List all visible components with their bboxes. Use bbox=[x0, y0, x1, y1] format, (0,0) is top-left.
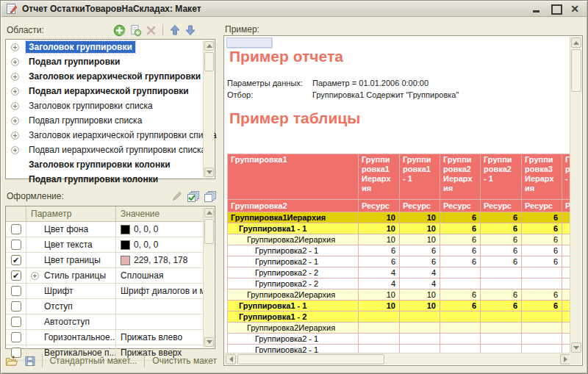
selected-cell-box[interactable] bbox=[226, 37, 272, 48]
preview-vertical-scrollbar[interactable] bbox=[570, 37, 581, 353]
minimize-button[interactable] bbox=[532, 4, 541, 13]
area-list-item[interactable]: Заголовок иерархической группировки bbox=[6, 69, 215, 84]
preview-header-cell: Группи ровка2 Иерарх ия bbox=[440, 154, 481, 200]
expand-plus-icon[interactable] bbox=[11, 146, 19, 154]
area-list-item[interactable]: Подвал группировки bbox=[6, 54, 215, 69]
area-list-item[interactable]: Подвал группировки списка bbox=[6, 113, 215, 128]
preview-table: Группировка1Группи ровка1 Иерарх ияГрупп… bbox=[227, 154, 571, 353]
resource-value-cell bbox=[400, 312, 440, 323]
area-list-item[interactable]: Подвал иерархической группировки bbox=[6, 84, 215, 98]
resource-value-cell bbox=[522, 334, 562, 345]
close-button[interactable]: ✕ bbox=[570, 4, 579, 13]
param-row[interactable]: Автоотступ bbox=[6, 314, 215, 330]
preview-horizontal-scrollbar[interactable] bbox=[225, 353, 571, 364]
resource-value-cell: 10 bbox=[400, 290, 440, 301]
param-row[interactable]: ШрифтШрифт диалогов и м... bbox=[6, 284, 215, 299]
scroll-down-icon[interactable] bbox=[571, 342, 581, 353]
save-layout-icon[interactable] bbox=[24, 355, 36, 367]
color-swatch bbox=[121, 240, 130, 250]
param-name: Цвет границы bbox=[26, 253, 116, 267]
standard-layout-button[interactable]: Стандартный макет... bbox=[48, 354, 138, 367]
preview-header-cell: Ресурс bbox=[400, 200, 440, 212]
scroll-down-icon[interactable] bbox=[204, 337, 214, 347]
expand-plus-icon[interactable] bbox=[11, 43, 19, 51]
add-icon[interactable] bbox=[113, 24, 126, 37]
param-value: Прижать влево bbox=[116, 332, 215, 342]
filter-label: Отбор: bbox=[227, 90, 312, 99]
move-up-icon[interactable] bbox=[169, 24, 181, 36]
preview-header-cell: Группи ровка2 - 1 bbox=[481, 154, 522, 200]
area-list-item[interactable]: Заголовок группировки колонки bbox=[6, 157, 215, 172]
window-title: Отчет ОстаткиТоваровНаСкладах: Макет bbox=[22, 4, 528, 14]
expand-plus-icon[interactable] bbox=[11, 132, 19, 140]
resource-value-cell: 10 bbox=[359, 301, 400, 312]
checkbox-unchecked[interactable] bbox=[11, 224, 21, 234]
resource-value-cell bbox=[359, 323, 400, 334]
param-row[interactable]: Отступ bbox=[6, 299, 215, 314]
scroll-thumb[interactable] bbox=[237, 354, 384, 364]
checkbox-checked[interactable]: ✔ bbox=[11, 255, 21, 265]
area-item-label: Подвал иерархической группировки списка bbox=[26, 144, 209, 156]
resource-value-cell: 4 bbox=[359, 267, 400, 278]
expand-plus-icon[interactable] bbox=[31, 272, 39, 280]
scroll-up-icon[interactable] bbox=[204, 41, 214, 51]
resource-value-cell: 6 bbox=[440, 290, 481, 301]
areas-list-scrollbar[interactable] bbox=[203, 40, 214, 178]
apply-all-icon[interactable] bbox=[187, 190, 200, 203]
maximize-button[interactable] bbox=[551, 4, 560, 13]
param-value: 229, 178, 178 bbox=[116, 255, 215, 265]
expand-plus-icon[interactable] bbox=[11, 73, 19, 81]
area-list-item[interactable]: Заголовок иерархической группировки спис… bbox=[6, 128, 215, 143]
open-layout-icon[interactable] bbox=[5, 355, 18, 367]
preview-table-row: Группировка1Иерархия1010666 bbox=[228, 212, 572, 223]
area-list-item[interactable]: Заголовок группировки bbox=[6, 40, 215, 54]
params-scrollbar[interactable] bbox=[203, 207, 214, 348]
group-label-cell: Группировка1 - 1 bbox=[228, 223, 359, 234]
expand-plus-icon[interactable] bbox=[11, 117, 19, 125]
area-list-item[interactable]: Подвал иерархической группировки списка bbox=[6, 143, 215, 157]
param-row[interactable]: ✔Стиль границыСплошная bbox=[6, 268, 215, 284]
scroll-right-icon[interactable] bbox=[560, 354, 570, 364]
checkbox-unchecked[interactable] bbox=[11, 240, 21, 250]
scroll-thumb[interactable] bbox=[204, 219, 214, 244]
resource-value-cell: 6 bbox=[481, 234, 522, 245]
scroll-up-icon[interactable] bbox=[571, 37, 581, 48]
param-name: Отступ bbox=[26, 299, 116, 314]
scroll-left-icon[interactable] bbox=[226, 354, 236, 364]
edit-pencil-icon[interactable] bbox=[171, 190, 183, 202]
param-value: Сплошная bbox=[116, 270, 215, 281]
scroll-thumb[interactable] bbox=[571, 49, 581, 92]
scroll-up-icon[interactable] bbox=[204, 208, 214, 217]
resource-value-cell bbox=[440, 312, 481, 323]
checkbox-unchecked[interactable] bbox=[11, 301, 21, 312]
param-name: Шрифт bbox=[26, 284, 116, 298]
resource-value-cell bbox=[522, 267, 562, 278]
copy-all-icon[interactable] bbox=[204, 190, 217, 203]
expand-plus-icon[interactable] bbox=[11, 58, 19, 66]
title-bar: Отчет ОстаткиТоваровНаСкладах: Макет ✕ bbox=[1, 1, 587, 17]
clear-layout-button[interactable]: Очистить макет bbox=[151, 354, 218, 367]
resource-value-cell: 6 bbox=[522, 301, 562, 312]
area-list-item[interactable]: Подвал группировки колонки bbox=[6, 172, 215, 187]
param-checkbox-cell bbox=[6, 330, 26, 345]
expand-plus-icon[interactable] bbox=[11, 87, 19, 96]
move-down-icon[interactable] bbox=[184, 24, 196, 36]
checkbox-unchecked[interactable] bbox=[11, 286, 21, 296]
param-name: Цвет текста bbox=[26, 237, 116, 252]
delete-icon[interactable] bbox=[146, 25, 157, 36]
add-copy-icon[interactable] bbox=[129, 24, 142, 37]
scroll-thumb[interactable] bbox=[204, 52, 214, 71]
checkbox-checked[interactable]: ✔ bbox=[11, 270, 21, 281]
expand-plus-icon[interactable] bbox=[11, 102, 19, 110]
scroll-down-icon[interactable] bbox=[204, 168, 214, 177]
param-row[interactable]: Цвет фона0, 0, 0 bbox=[6, 222, 215, 237]
resource-value-cell: 6 bbox=[440, 301, 481, 312]
param-row[interactable]: ✔Цвет границы229, 178, 178 bbox=[6, 253, 215, 268]
checkbox-unchecked[interactable] bbox=[11, 332, 21, 342]
area-list-item[interactable]: Заголовок группировки списка bbox=[6, 98, 215, 113]
param-row[interactable]: Цвет текста0, 0, 0 bbox=[6, 237, 215, 253]
layout-bottom-toolbar: Стандартный макет... Очистить макет bbox=[5, 352, 218, 370]
checkbox-unchecked[interactable] bbox=[11, 317, 21, 327]
preview-header-cell: Ресурс bbox=[359, 200, 400, 212]
param-row[interactable]: Горизонтальное...Прижать влево bbox=[6, 330, 215, 345]
